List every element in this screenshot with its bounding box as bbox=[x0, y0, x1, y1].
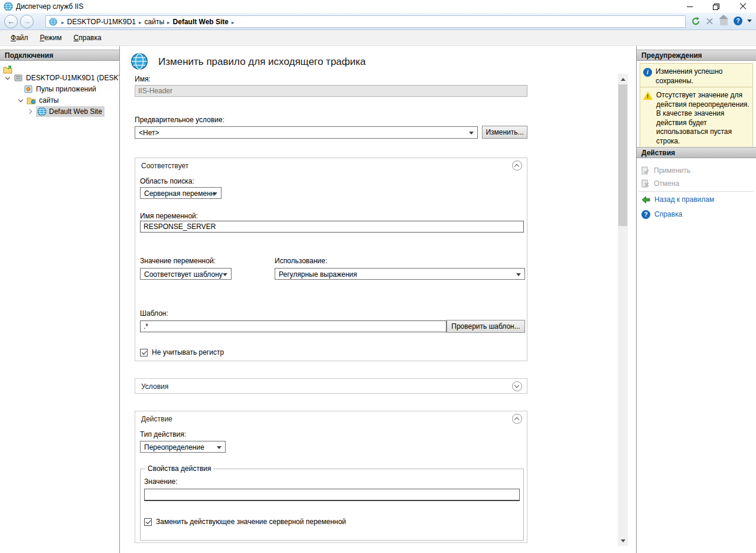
ignore-case-checkbox[interactable] bbox=[140, 349, 148, 356]
collapsed-chevron-icon[interactable] bbox=[27, 109, 33, 114]
minimize-button[interactable] bbox=[676, 0, 703, 13]
breadcrumb-separator-icon bbox=[136, 18, 145, 26]
address-bar: DESKTOP-U1MK9D1 сайты Default Web Site bbox=[0, 13, 756, 30]
stop-button[interactable] bbox=[705, 16, 715, 26]
scroll-up-icon bbox=[621, 76, 625, 81]
pattern-input[interactable] bbox=[140, 320, 447, 332]
actions-header: Действия bbox=[637, 147, 756, 158]
help-menu-chevron-icon[interactable] bbox=[747, 19, 752, 25]
scrollbar-thumb[interactable] bbox=[618, 84, 627, 226]
warning-icon bbox=[643, 91, 653, 100]
stop-icon bbox=[706, 18, 713, 24]
home-icon bbox=[720, 19, 728, 25]
action-section-title: Действие bbox=[141, 415, 172, 423]
page-title: Изменить правило для исходящего трафика bbox=[158, 56, 366, 68]
actions-panel: Предупреждения Изменения успешно сохране… bbox=[636, 46, 756, 553]
action-section: Действие Тип действия: Переопределение С… bbox=[135, 411, 527, 543]
action-value-input[interactable] bbox=[144, 489, 520, 501]
tree-item-default-web-site[interactable]: Default Web Site bbox=[0, 106, 119, 117]
warning-alert: Отсутствует значение для действия переоп… bbox=[640, 87, 753, 151]
site-globe-icon bbox=[49, 18, 57, 26]
tree-item-label: DESKTOP-U1MK9D1 (DESKTOI bbox=[26, 74, 119, 82]
breadcrumb-separator-icon bbox=[164, 18, 173, 26]
tree-item-server[interactable]: DESKTOP-U1MK9D1 (DESKTOI bbox=[0, 72, 119, 83]
refresh-icon bbox=[691, 17, 700, 26]
expanded-chevron-icon[interactable] bbox=[18, 97, 24, 103]
tree-item-sites[interactable]: сайты bbox=[0, 94, 119, 106]
expanded-chevron-icon[interactable] bbox=[5, 75, 11, 81]
variable-value-label: Значение переменной: bbox=[140, 257, 216, 265]
collapse-action-button[interactable] bbox=[512, 414, 522, 424]
forward-icon bbox=[23, 17, 31, 26]
tree-item-app-pools[interactable]: Пулы приложений bbox=[0, 83, 119, 94]
scroll-up-button[interactable] bbox=[618, 74, 628, 84]
name-label: Имя: bbox=[135, 75, 151, 83]
conditions-section-title: Условия bbox=[141, 382, 168, 391]
help-link[interactable]: Справка bbox=[641, 209, 682, 220]
warning-alert-text: Отсутствует значение для действия переоп… bbox=[656, 91, 750, 146]
match-section: Соответствует Область поиска: Серверная … bbox=[135, 158, 527, 361]
replace-value-checkbox[interactable] bbox=[144, 518, 152, 526]
variable-value-select[interactable]: Соответствует шаблону bbox=[140, 268, 232, 280]
help-button[interactable] bbox=[733, 16, 743, 26]
main-content: Изменить правило для исходящего трафика … bbox=[120, 46, 636, 553]
breadcrumb-server[interactable]: DESKTOP-U1MK9D1 bbox=[67, 18, 136, 26]
test-pattern-button[interactable]: Проверить шаблон... bbox=[447, 320, 525, 333]
info-icon bbox=[643, 68, 652, 77]
breadcrumb-default-web-site[interactable]: Default Web Site bbox=[173, 18, 229, 26]
app-pools-icon bbox=[24, 84, 33, 94]
ignore-case-label: Не учитывать регистр bbox=[152, 348, 224, 356]
scope-label: Область поиска: bbox=[140, 177, 194, 185]
help-label: Справка bbox=[654, 210, 682, 218]
selected-tree-item[interactable]: Default Web Site bbox=[36, 106, 105, 117]
back-button[interactable] bbox=[4, 15, 18, 28]
precondition-select[interactable]: <Нет> bbox=[135, 126, 478, 139]
back-to-rules-label: Назад к правилам bbox=[654, 195, 714, 204]
minimize-icon bbox=[687, 6, 693, 7]
back-arrow-icon bbox=[641, 195, 650, 204]
action-type-select[interactable]: Переопределение bbox=[140, 441, 226, 453]
back-to-rules-link[interactable]: Назад к правилам bbox=[641, 194, 714, 205]
home-button[interactable] bbox=[719, 16, 729, 26]
change-precondition-button[interactable]: Изменить... bbox=[482, 126, 527, 139]
action-properties-group: Свойства действия Значение: Заменить дей… bbox=[140, 469, 524, 541]
feature-globe-icon bbox=[131, 53, 148, 70]
app-icon bbox=[4, 2, 13, 11]
breadcrumb: DESKTOP-U1MK9D1 сайты Default Web Site bbox=[45, 15, 686, 28]
apply-label: Применить bbox=[654, 166, 690, 175]
restore-button[interactable] bbox=[703, 0, 729, 13]
forward-button[interactable] bbox=[20, 15, 34, 28]
variable-name-input[interactable] bbox=[140, 221, 524, 233]
cancel-button: Отмена bbox=[641, 178, 679, 189]
refresh-button[interactable] bbox=[690, 16, 700, 26]
globe-icon bbox=[37, 107, 47, 116]
apply-button: Применить bbox=[641, 165, 690, 176]
title-bar: Диспетчер служб IIS bbox=[0, 0, 756, 13]
menu-file[interactable]: Файл bbox=[5, 31, 34, 44]
menu-view[interactable]: Режим bbox=[34, 31, 68, 44]
tree-item-label: Пулы приложений bbox=[36, 85, 96, 93]
close-button[interactable] bbox=[729, 0, 756, 13]
pattern-label: Шаблон: bbox=[140, 309, 168, 318]
breadcrumb-sites[interactable]: сайты bbox=[145, 18, 165, 26]
back-icon bbox=[7, 17, 15, 26]
usage-label: Использование: bbox=[275, 257, 327, 265]
ignore-case-row: Не учитывать регистр bbox=[140, 348, 224, 356]
address-toolbar bbox=[690, 16, 752, 26]
cancel-icon bbox=[641, 179, 650, 188]
replace-value-label: Заменить действующее значение серверной … bbox=[156, 518, 346, 526]
collapse-match-button[interactable] bbox=[512, 161, 522, 171]
variable-name-label: Имя переменной: bbox=[140, 212, 198, 220]
scroll-down-button[interactable] bbox=[618, 536, 628, 546]
precondition-label: Предварительное условие: bbox=[135, 116, 224, 124]
iis-manager-window: Диспетчер служб IIS DESKTOP-U1MK9D1 сайт… bbox=[0, 0, 756, 553]
breadcrumb-separator-icon bbox=[58, 18, 67, 26]
vertical-scrollbar[interactable] bbox=[618, 74, 628, 546]
scope-select[interactable]: Серверная переменн bbox=[140, 187, 221, 199]
cancel-label: Отмена bbox=[654, 179, 679, 188]
expand-conditions-button[interactable] bbox=[512, 381, 522, 391]
usage-select[interactable]: Регулярные выражения bbox=[275, 268, 525, 280]
help-circle-icon bbox=[641, 210, 650, 219]
menu-help[interactable]: Справка bbox=[68, 31, 107, 44]
alerts-header: Предупреждения bbox=[637, 50, 756, 61]
